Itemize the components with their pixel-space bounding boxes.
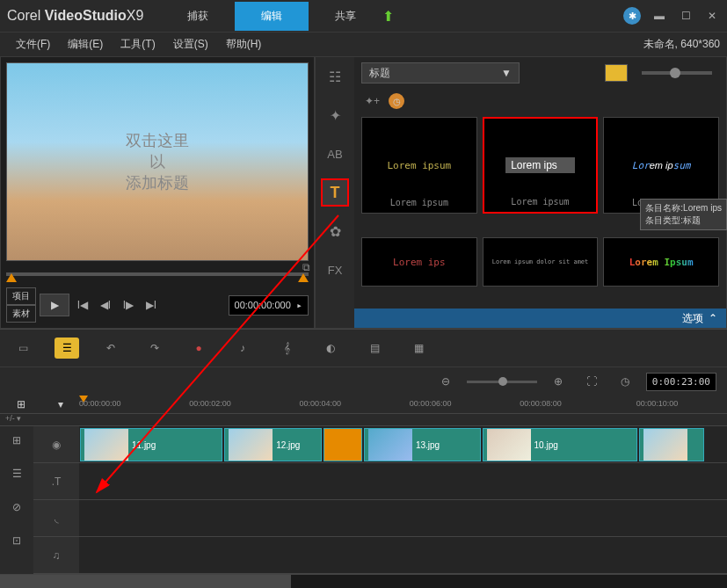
timeline-clip[interactable]: 10.jpg <box>483 428 638 461</box>
preview-viewport[interactable]: 双击这里 以 添加标题 <box>6 62 309 261</box>
menu-settings[interactable]: 设置(S) <box>164 33 217 55</box>
video-track[interactable]: 11.jpg 12.jpg 13.jpg 10.jpg <box>79 426 727 463</box>
tab-capture[interactable]: 捕获 <box>161 2 235 31</box>
media-category-icon[interactable]: ☷ <box>321 62 349 91</box>
item-tooltip: 条目名称:Lorem ips 条目类型:标题 <box>640 199 727 230</box>
disable-icon[interactable]: ⊘ <box>4 497 29 518</box>
play-button[interactable]: ▶ <box>40 294 69 316</box>
menu-help[interactable]: 帮助(H) <box>217 33 271 55</box>
upload-icon[interactable]: ⬆ <box>382 8 394 25</box>
clock-icon: ◷ <box>613 371 637 392</box>
next-frame-button[interactable]: I▶ <box>119 295 138 315</box>
preview-scrubber[interactable]: ⧉ <box>6 266 309 282</box>
timeline-view-button[interactable]: ☰ <box>55 338 79 359</box>
title-track[interactable] <box>79 463 727 500</box>
ripple-icon[interactable]: ☰ <box>4 463 29 484</box>
library-category-toolbar: ☷ ✦ AB T ✿ FX <box>316 57 354 328</box>
library-panel: ☷ ✦ AB T ✿ FX 标题▼ ✦+ ◷ Lorem ipsum <box>315 56 727 329</box>
recent-icon[interactable]: ◷ <box>389 93 404 109</box>
zoom-in-button[interactable]: ⊕ <box>546 371 571 392</box>
titles-category-icon[interactable]: T <box>321 178 349 207</box>
prev-frame-button[interactable]: ◀I <box>96 295 115 315</box>
menu-file[interactable]: 文件(F) <box>7 33 59 55</box>
redo-button[interactable]: ↷ <box>142 338 167 359</box>
options-panel-toggle[interactable]: 选项⌃ <box>354 309 726 328</box>
title-templates-icon[interactable]: AB <box>321 140 349 168</box>
auto-music-button[interactable]: 𝄞 <box>274 338 299 359</box>
thumbnail-size-slider[interactable] <box>642 71 712 75</box>
menu-bar: 文件(F) 编辑(E) 工具(T) 设置(S) 帮助(H) 未命名, 640*3… <box>0 32 727 56</box>
marker-icon[interactable]: ▾ <box>58 398 63 410</box>
timeline-panel: ▭ ☰ ↶ ↷ ● ♪ 𝄞 ◐ ▤ ▦ ⊖ ⊕ ⛶ ◷ 0:00:23:00 ⊞… <box>0 329 727 588</box>
music-track[interactable] <box>79 537 727 574</box>
preview-timecode[interactable]: 00:00:00:000 ▸ <box>229 295 309 316</box>
chevron-up-icon: ⌃ <box>709 312 717 324</box>
fit-timeline-button[interactable]: ⛶ <box>579 371 604 392</box>
project-status: 未命名, 640*360 <box>643 37 720 52</box>
loop-icon[interactable]: ⧉ <box>302 261 310 273</box>
undo-button[interactable]: ↶ <box>98 338 123 359</box>
timeline-duration[interactable]: 0:00:23:00 <box>646 373 716 391</box>
title-track-header[interactable]: .T <box>33 463 79 500</box>
multiview-button[interactable]: ▦ <box>406 338 431 359</box>
track-manager-icon[interactable]: ⊞ <box>4 430 29 451</box>
zoom-out-button[interactable]: ⊖ <box>433 371 458 392</box>
app-logo: Corel VideoStudioX9 <box>7 8 143 24</box>
title-preset-item[interactable]: Lorem ips <box>361 237 477 287</box>
title-preset-item[interactable]: Lorem ips Lorem ipsum <box>483 117 599 214</box>
filters-category-icon[interactable]: FX <box>321 256 349 284</box>
tab-edit[interactable]: 编辑 <box>235 2 309 31</box>
tab-share[interactable]: 共享 <box>309 2 382 31</box>
track-button[interactable]: ◐ <box>318 338 343 359</box>
chapter-button[interactable]: ▤ <box>362 338 387 359</box>
video-track-header[interactable]: ◉ <box>33 426 79 463</box>
preview-mode-project[interactable]: 项目 <box>6 287 36 305</box>
menu-edit[interactable]: 编辑(E) <box>59 33 112 55</box>
preview-mode-clip[interactable]: 素材 <box>6 305 36 323</box>
goto-start-button[interactable]: I◀ <box>73 295 92 315</box>
title-preset-item[interactable]: Lorem Ipsum <box>603 237 719 287</box>
globe-icon[interactable]: ✱ <box>623 7 641 25</box>
record-button[interactable]: ● <box>186 338 211 359</box>
library-category-dropdown[interactable]: 标题▼ <box>361 62 520 83</box>
lock-icon[interactable]: ⊡ <box>4 530 29 551</box>
mark-out-icon[interactable] <box>298 273 309 282</box>
audio-mixer-button[interactable]: ♪ <box>230 338 255 359</box>
menu-tools[interactable]: 工具(T) <box>112 33 164 55</box>
title-preset-item[interactable]: Lorem ipsum dolor sit amet <box>483 237 599 287</box>
timeline-clip[interactable]: 11.jpg <box>80 428 222 461</box>
timeline-clip[interactable] <box>639 428 704 461</box>
timeline-ruler[interactable]: ⊞ ▾ 00:00:00:00 00:00:02:00 00:00:04:00 … <box>0 396 727 415</box>
music-track-header[interactable]: ♫ <box>33 537 79 574</box>
timeline-clip[interactable]: 13.jpg <box>364 428 481 461</box>
toggle-tracks-icon[interactable]: ⊞ <box>17 398 25 410</box>
chevron-down-icon: ▼ <box>501 67 512 79</box>
title-bar: Corel VideoStudioX9 捕获 编辑 共享 ⬆ ✱ ▬ ☐ ✕ <box>0 0 727 32</box>
add-favorite-icon[interactable]: ✦+ <box>365 95 380 107</box>
storyboard-view-button[interactable]: ▭ <box>11 338 35 359</box>
zoom-slider[interactable] <box>467 381 537 383</box>
goto-end-button[interactable]: ▶I <box>142 295 161 315</box>
voice-track-header[interactable]: ◟ <box>33 500 79 537</box>
mark-in-icon[interactable] <box>6 273 17 282</box>
graphics-category-icon[interactable]: ✿ <box>321 217 349 245</box>
timeline-transition[interactable] <box>324 428 362 461</box>
close-button[interactable]: ✕ <box>704 10 720 22</box>
timeline-clip[interactable]: 12.jpg <box>224 428 322 461</box>
thumbnail-color-button[interactable] <box>605 64 628 82</box>
voice-track[interactable] <box>79 500 727 537</box>
maximize-button[interactable]: ☐ <box>678 10 694 22</box>
timeline-scrollbar[interactable] <box>0 574 727 588</box>
minimize-button[interactable]: ▬ <box>651 10 667 22</box>
transitions-category-icon[interactable]: ✦ <box>321 101 349 129</box>
track-toggle[interactable]: +/- ▾ <box>0 414 79 425</box>
preview-panel: 双击这里 以 添加标题 ⧉ 项目 素材 ▶ I◀ ◀I I▶ ▶I 00:00:… <box>0 56 315 329</box>
title-preset-item[interactable]: Lorem ipsum Lorem ipsum <box>361 117 477 214</box>
title-placeholder[interactable]: 双击这里 以 添加标题 <box>126 130 189 193</box>
